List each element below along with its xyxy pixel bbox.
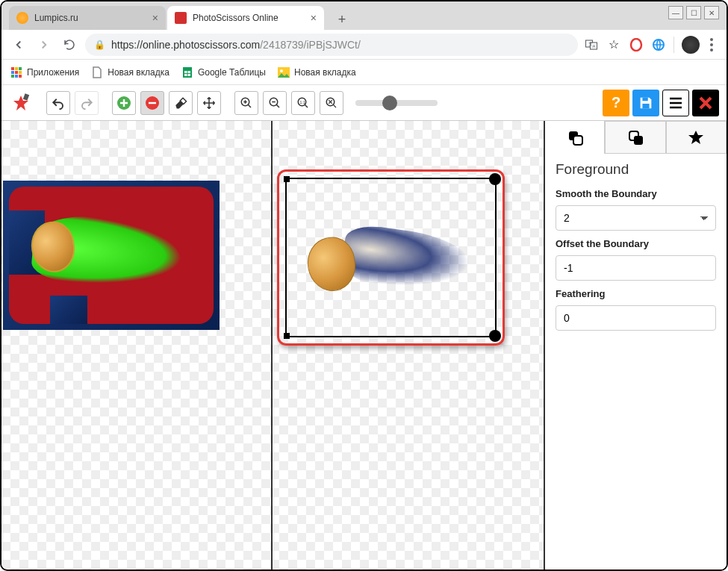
eraser-button[interactable] bbox=[169, 91, 193, 115]
crop-handle-tr[interactable] bbox=[489, 173, 501, 185]
bookmark-newtab-1[interactable]: Новая вкладка bbox=[91, 66, 169, 78]
svg-rect-30 bbox=[642, 97, 647, 101]
feather-label: Feathering bbox=[556, 288, 716, 299]
tab-background[interactable] bbox=[605, 121, 665, 154]
window-minimize-button[interactable]: — bbox=[668, 6, 683, 19]
remove-background-button[interactable] bbox=[140, 91, 164, 115]
window-maximize-button[interactable]: ☐ bbox=[686, 6, 701, 19]
tab-foreground[interactable] bbox=[545, 121, 605, 154]
result-canvas[interactable] bbox=[273, 121, 544, 570]
crop-handle-bl[interactable] bbox=[284, 333, 290, 339]
side-panel: Foreground Smooth the Boundary 2 Offset … bbox=[544, 121, 727, 570]
browser-tab-strip: Lumpics.ru × PhotoScissors Online × + bbox=[1, 1, 727, 30]
bookmark-label: Приложения bbox=[27, 67, 79, 78]
profile-avatar[interactable] bbox=[682, 36, 700, 54]
svg-rect-12 bbox=[11, 75, 14, 78]
page-icon bbox=[91, 66, 103, 78]
panel-heading: Foreground bbox=[545, 154, 727, 184]
offset-label: Offset the Boundary bbox=[556, 238, 716, 249]
browser-tab-lumpics[interactable]: Lumpics.ru × bbox=[9, 6, 166, 30]
svg-rect-10 bbox=[15, 71, 18, 74]
app-toolbar: 1:1 ? bbox=[1, 85, 727, 121]
bookmark-label: Новая вкладка bbox=[294, 67, 356, 78]
back-button[interactable] bbox=[9, 35, 28, 54]
bookmark-sheets[interactable]: Google Таблицы bbox=[181, 66, 266, 78]
zoom-fit-button[interactable] bbox=[320, 91, 343, 115]
image-icon bbox=[278, 66, 290, 78]
globe-extension-icon[interactable] bbox=[651, 37, 666, 52]
brush-size-slider[interactable] bbox=[355, 100, 438, 106]
source-image[interactable] bbox=[3, 181, 220, 330]
svg-text:1:1: 1:1 bbox=[300, 99, 305, 104]
sheets-icon bbox=[181, 66, 193, 78]
svg-rect-7 bbox=[15, 67, 18, 70]
svg-rect-11 bbox=[19, 71, 22, 74]
svg-rect-35 bbox=[634, 136, 643, 145]
favicon-icon bbox=[175, 12, 187, 24]
svg-rect-31 bbox=[642, 103, 649, 107]
bookmarks-bar: Приложения Новая вкладка Google Таблицы … bbox=[1, 60, 727, 85]
smooth-label: Smooth the Boundary bbox=[556, 188, 716, 199]
result-crop-frame[interactable] bbox=[277, 169, 505, 346]
url-text: https://online.photoscissors.com/2418739… bbox=[111, 39, 361, 51]
add-foreground-button[interactable] bbox=[112, 91, 136, 115]
canvas-area bbox=[1, 121, 544, 570]
favicon-icon bbox=[16, 12, 28, 24]
new-tab-button[interactable]: + bbox=[332, 9, 352, 30]
zoom-in-button[interactable] bbox=[234, 91, 258, 115]
logo-icon bbox=[9, 91, 33, 115]
redo-button[interactable] bbox=[75, 91, 99, 115]
zoom-out-button[interactable] bbox=[263, 91, 287, 115]
apps-grid-icon bbox=[10, 66, 22, 78]
result-image bbox=[302, 216, 473, 291]
save-button[interactable] bbox=[632, 90, 659, 116]
slider-thumb[interactable] bbox=[382, 96, 397, 110]
move-button[interactable] bbox=[197, 91, 221, 115]
bookmark-label: Новая вкладка bbox=[108, 67, 169, 78]
translate-icon[interactable]: 文A bbox=[584, 37, 599, 52]
app-menu-button[interactable] bbox=[662, 90, 689, 116]
url-field[interactable]: 🔒 https://online.photoscissors.com/24187… bbox=[85, 34, 578, 56]
forward-button[interactable] bbox=[34, 35, 54, 54]
source-canvas[interactable] bbox=[1, 121, 273, 570]
browser-menu-button[interactable] bbox=[707, 35, 716, 54]
tab-title: PhotoScissors Online bbox=[193, 13, 305, 23]
bookmark-label: Google Таблицы bbox=[198, 67, 266, 78]
tab-close-icon[interactable]: × bbox=[311, 12, 317, 24]
svg-point-20 bbox=[280, 69, 283, 72]
offset-input[interactable] bbox=[556, 255, 716, 281]
tab-close-icon[interactable]: × bbox=[152, 12, 158, 24]
svg-rect-9 bbox=[11, 71, 14, 74]
svg-text:A: A bbox=[593, 43, 596, 48]
bookmark-star-icon[interactable]: ☆ bbox=[606, 37, 621, 52]
feather-input[interactable] bbox=[556, 305, 716, 331]
reload-button[interactable] bbox=[60, 35, 79, 54]
crop-handle-br[interactable] bbox=[489, 330, 501, 342]
bookmark-apps[interactable]: Приложения bbox=[10, 66, 79, 78]
opera-extension-icon[interactable] bbox=[629, 37, 644, 52]
svg-text:文: 文 bbox=[588, 40, 593, 46]
svg-rect-6 bbox=[11, 67, 14, 70]
app-close-button[interactable] bbox=[692, 90, 719, 116]
tab-effects[interactable] bbox=[666, 121, 727, 154]
smooth-select[interactable]: 2 bbox=[556, 205, 716, 231]
svg-marker-36 bbox=[688, 131, 703, 144]
lock-icon: 🔒 bbox=[94, 40, 105, 50]
svg-rect-14 bbox=[19, 75, 22, 78]
browser-tab-photoscissors[interactable]: PhotoScissors Online × bbox=[167, 6, 324, 30]
tab-title: Lumpics.ru bbox=[34, 13, 146, 23]
zoom-actual-button[interactable]: 1:1 bbox=[291, 91, 315, 115]
svg-rect-8 bbox=[19, 67, 22, 70]
svg-rect-33 bbox=[573, 136, 582, 145]
help-button[interactable]: ? bbox=[603, 90, 629, 116]
svg-rect-22 bbox=[23, 93, 29, 101]
window-close-button[interactable]: ✕ bbox=[704, 6, 719, 19]
svg-point-4 bbox=[631, 39, 641, 51]
svg-rect-13 bbox=[15, 75, 18, 78]
bookmark-newtab-2[interactable]: Новая вкладка bbox=[278, 66, 356, 78]
undo-button[interactable] bbox=[46, 91, 70, 115]
crop-handle-tl[interactable] bbox=[284, 176, 290, 182]
